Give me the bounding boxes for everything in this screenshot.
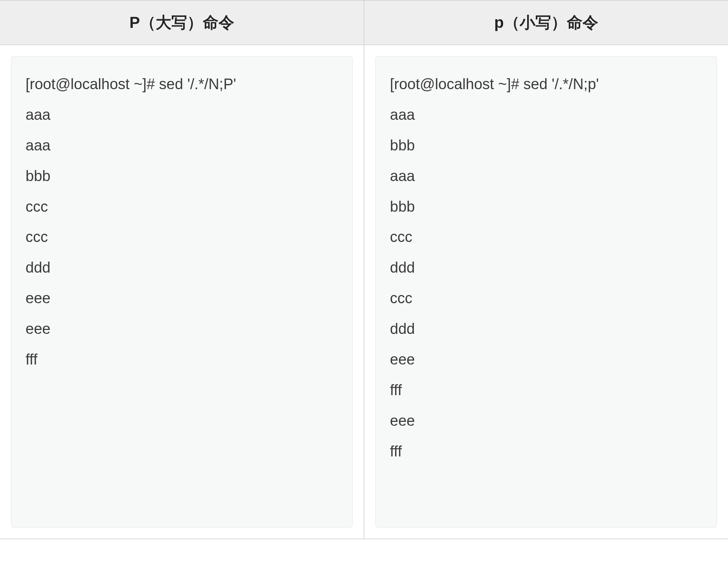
code-line: ccc bbox=[26, 192, 338, 222]
code-line: eee bbox=[390, 344, 702, 375]
code-line: ccc bbox=[26, 222, 338, 253]
code-line: bbb bbox=[390, 130, 702, 161]
code-line: ddd bbox=[26, 253, 338, 283]
code-line: aaa bbox=[26, 130, 338, 161]
table-cell-left: [root@localhost ~]# sed '/.*/N;P' aaa aa… bbox=[0, 45, 364, 539]
code-line: eee bbox=[26, 283, 338, 314]
code-line: eee bbox=[26, 314, 338, 344]
code-line: ccc bbox=[390, 222, 702, 253]
code-block-uppercase-p: [root@localhost ~]# sed '/.*/N;P' aaa aa… bbox=[11, 56, 353, 528]
code-line: aaa bbox=[390, 161, 702, 192]
code-line: aaa bbox=[390, 100, 702, 130]
code-line: eee bbox=[390, 406, 702, 436]
code-line: fff bbox=[390, 436, 702, 467]
code-line: [root@localhost ~]# sed '/.*/N;p' bbox=[390, 69, 702, 100]
table-header-right: p（小写）命令 bbox=[364, 0, 728, 45]
table-cell-right: [root@localhost ~]# sed '/.*/N;p' aaa bb… bbox=[364, 45, 728, 539]
comparison-table: P（大写）命令 p（小写）命令 [root@localhost ~]# sed … bbox=[0, 0, 728, 539]
code-line: ddd bbox=[390, 253, 702, 283]
code-line: ddd bbox=[390, 314, 702, 344]
code-line: aaa bbox=[26, 100, 338, 130]
code-block-lowercase-p: [root@localhost ~]# sed '/.*/N;p' aaa bb… bbox=[375, 56, 717, 528]
code-line: [root@localhost ~]# sed '/.*/N;P' bbox=[26, 69, 338, 100]
table-header-left: P（大写）命令 bbox=[0, 0, 364, 45]
code-line: ccc bbox=[390, 283, 702, 314]
code-line: bbb bbox=[390, 192, 702, 222]
code-line: fff bbox=[26, 344, 338, 375]
code-line: fff bbox=[390, 375, 702, 406]
code-line: bbb bbox=[26, 161, 338, 192]
table-row: [root@localhost ~]# sed '/.*/N;P' aaa aa… bbox=[0, 45, 728, 539]
